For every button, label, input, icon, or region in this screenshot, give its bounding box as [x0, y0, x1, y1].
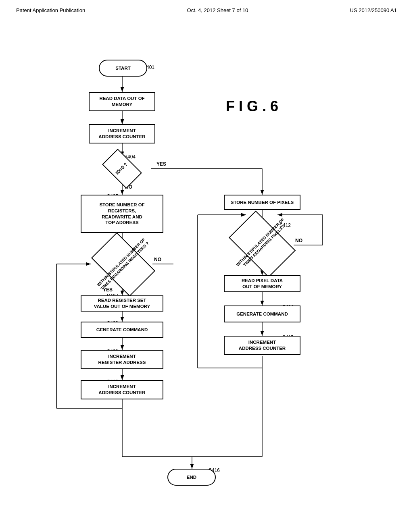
s411-node: STORE NUMBER OF PIXELS — [224, 195, 300, 210]
header-right: US 2012/250090 A1 — [350, 7, 397, 13]
s410-label: INCREMENT ADDRESS COUNTER — [98, 384, 145, 396]
s409-node: INCREMENT REGISTER ADDRESS — [81, 350, 163, 369]
header-center: Oct. 4, 2012 Sheet 7 of 10 — [187, 7, 248, 13]
start-label: START — [115, 65, 130, 71]
end-label: END — [187, 474, 196, 480]
s411-label: STORE NUMBER OF PIXELS — [231, 200, 294, 206]
s407-label: READ REGISTER SET VALUE OUT OF MEMORY — [94, 297, 150, 310]
s413-label: READ PIXEL DATA OUT OF MEMORY — [242, 278, 283, 290]
s402-label: READ DATA OUT OF MEMORY — [99, 96, 144, 108]
s407-node: READ REGISTER SET VALUE OUT OF MEMORY — [81, 295, 163, 312]
s412-diamond-wrapper: WITHIN STIPULATED NUMBER OF TIMES REGARD… — [224, 221, 300, 267]
s413-node: READ PIXEL DATA OUT OF MEMORY — [224, 275, 300, 292]
diagram-area: F I G . 6 — [0, 17, 413, 517]
fig-label: F I G . 6 — [226, 98, 278, 115]
s415-node: INCREMENT ADDRESS COUNTER — [224, 336, 300, 355]
end-node: END — [167, 469, 216, 486]
flowchart-arrows: YES NO YES NO YES NO ~S401 ~S402 ~S403 S… — [0, 17, 413, 517]
s414-label: GENERATE COMMAND — [236, 311, 288, 317]
start-node: START — [99, 60, 147, 77]
s408-node: GENERATE COMMAND — [81, 322, 163, 338]
svg-text:YES: YES — [156, 161, 166, 167]
s415-label: INCREMENT ADDRESS COUNTER — [239, 339, 286, 351]
header-left: Patent Application Publication — [16, 7, 85, 13]
page-header: Patent Application Publication Oct. 4, 2… — [0, 0, 413, 13]
s405-node: STORE NUMBER OF REGISTERS, READ/WRITE AN… — [81, 195, 163, 233]
s410-node: INCREMENT ADDRESS COUNTER — [81, 380, 163, 399]
s406-diamond-wrapper: WITHIN STIPULATED NUMBER OF TIMES REGARD… — [87, 243, 159, 285]
s403-label: INCREMENT ADDRESS COUNTER — [98, 128, 145, 140]
s414-node: GENERATE COMMAND — [224, 305, 300, 322]
s408-label: GENERATE COMMAND — [96, 327, 148, 333]
s405-label: STORE NUMBER OF REGISTERS, READ/WRITE AN… — [99, 202, 144, 226]
s402-node: READ DATA OUT OF MEMORY — [89, 92, 155, 111]
s409-label: INCREMENT REGISTER ADDRESS — [98, 353, 146, 366]
s404-diamond-wrapper: ID=0 ? — [97, 156, 147, 182]
s403-node: INCREMENT ADDRESS COUNTER — [89, 124, 155, 143]
